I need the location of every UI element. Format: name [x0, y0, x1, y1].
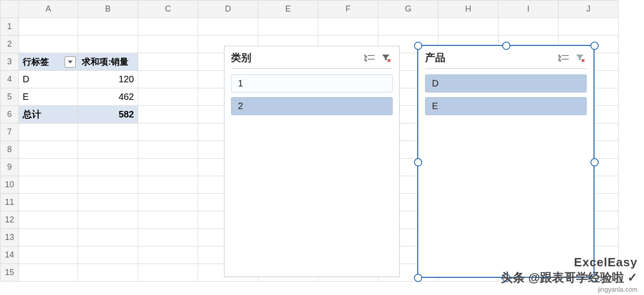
- cell[interactable]: [19, 194, 78, 211]
- cell[interactable]: [19, 211, 78, 229]
- row-header[interactable]: 14: [0, 246, 19, 264]
- pivot-row-label[interactable]: D: [19, 71, 78, 88]
- col-header[interactable]: J: [559, 0, 619, 18]
- col-header[interactable]: C: [138, 0, 198, 18]
- clear-filter-icon: [575, 54, 585, 62]
- cell[interactable]: [378, 18, 438, 36]
- pivot-total-label[interactable]: 总计: [19, 106, 78, 123]
- cell[interactable]: [19, 264, 78, 282]
- cell[interactable]: [498, 18, 559, 36]
- slicer-product[interactable]: 产品 D E: [418, 46, 594, 277]
- cell[interactable]: [78, 246, 138, 264]
- cell[interactable]: [138, 264, 198, 282]
- cell[interactable]: [19, 141, 78, 159]
- cell[interactable]: [19, 159, 78, 176]
- row-header[interactable]: 7: [0, 123, 19, 141]
- cell[interactable]: [138, 159, 198, 176]
- resize-handle-w[interactable]: [414, 158, 422, 166]
- cell[interactable]: [78, 264, 138, 282]
- col-header[interactable]: I: [498, 0, 559, 18]
- cell[interactable]: [198, 18, 258, 36]
- cell[interactable]: [138, 106, 198, 123]
- watermark-brand: ExcelEasy: [501, 255, 638, 270]
- cell[interactable]: [138, 211, 198, 229]
- slicer-item[interactable]: 2: [231, 97, 393, 115]
- pivot-row-label[interactable]: E: [19, 88, 78, 106]
- slicer-item[interactable]: D: [425, 74, 587, 92]
- cell[interactable]: [19, 229, 78, 246]
- row-header[interactable]: 15: [0, 264, 19, 282]
- cell[interactable]: [78, 229, 138, 246]
- col-header[interactable]: H: [438, 0, 498, 18]
- col-header[interactable]: E: [258, 0, 318, 18]
- filter-dropdown-button[interactable]: [65, 56, 76, 68]
- row-header[interactable]: 2: [0, 36, 19, 53]
- cell[interactable]: [559, 18, 619, 36]
- cell[interactable]: [138, 176, 198, 194]
- col-header[interactable]: D: [198, 0, 258, 18]
- cell[interactable]: [19, 18, 78, 36]
- col-header[interactable]: A: [19, 0, 78, 18]
- cell[interactable]: [138, 88, 198, 106]
- clear-filter-button[interactable]: [574, 52, 587, 63]
- row-header[interactable]: 3: [0, 53, 19, 71]
- resize-handle-sw[interactable]: [414, 274, 422, 282]
- cell[interactable]: [78, 36, 138, 53]
- row-header[interactable]: 13: [0, 229, 19, 246]
- select-all-corner[interactable]: [0, 0, 19, 18]
- cell[interactable]: [138, 18, 198, 36]
- pivot-total-value[interactable]: 582: [78, 106, 138, 123]
- cell[interactable]: [318, 18, 378, 36]
- chevron-down-icon: [68, 61, 73, 63]
- row-header[interactable]: 6: [0, 106, 19, 123]
- row-header[interactable]: 12: [0, 211, 19, 229]
- cell[interactable]: [19, 123, 78, 141]
- resize-handle-n[interactable]: [502, 42, 510, 50]
- slicer-item[interactable]: 1: [231, 74, 393, 92]
- resize-handle-e[interactable]: [590, 158, 599, 166]
- row-header[interactable]: 8: [0, 141, 19, 159]
- slicer-item[interactable]: E: [425, 97, 587, 115]
- cell[interactable]: [138, 141, 198, 159]
- pivot-row-value[interactable]: 462: [78, 88, 138, 106]
- cell[interactable]: [138, 229, 198, 246]
- cell[interactable]: [19, 176, 78, 194]
- cell[interactable]: [138, 71, 198, 88]
- col-header[interactable]: F: [318, 0, 378, 18]
- row-header[interactable]: 5: [0, 88, 19, 106]
- pivot-rowlabels-text: 行标签: [23, 57, 49, 67]
- cell[interactable]: [138, 194, 198, 211]
- multi-select-button[interactable]: [557, 52, 570, 63]
- col-header[interactable]: B: [78, 0, 138, 18]
- resize-handle-ne[interactable]: [590, 42, 599, 50]
- cell[interactable]: [19, 36, 78, 53]
- cell[interactable]: [78, 18, 138, 36]
- resize-handle-nw[interactable]: [414, 42, 422, 50]
- multi-select-button[interactable]: [363, 52, 376, 63]
- cell[interactable]: [78, 176, 138, 194]
- cell[interactable]: [78, 123, 138, 141]
- cell[interactable]: [138, 53, 198, 71]
- row-header[interactable]: 4: [0, 71, 19, 88]
- cell[interactable]: [138, 36, 198, 53]
- cell[interactable]: [438, 18, 498, 36]
- clear-filter-button[interactable]: [380, 52, 393, 63]
- cell[interactable]: [78, 159, 138, 176]
- pivot-rowlabels-header[interactable]: 行标签: [19, 53, 78, 71]
- pivot-row-value[interactable]: 120: [78, 71, 138, 88]
- cell[interactable]: [78, 141, 138, 159]
- row-header[interactable]: 1: [0, 18, 19, 36]
- watermark-line: 头条 @跟表哥学经验啦 ✓: [501, 270, 638, 286]
- cell[interactable]: [78, 194, 138, 211]
- cell[interactable]: [138, 123, 198, 141]
- slicer-category[interactable]: 类别 1 2: [224, 46, 400, 277]
- row-header[interactable]: 9: [0, 159, 19, 176]
- row-header[interactable]: 11: [0, 194, 19, 211]
- cell[interactable]: [78, 211, 138, 229]
- pivot-value-header[interactable]: 求和项:销量: [78, 53, 138, 71]
- cell[interactable]: [19, 246, 78, 264]
- col-header[interactable]: G: [378, 0, 438, 18]
- cell[interactable]: [138, 246, 198, 264]
- cell[interactable]: [258, 18, 318, 36]
- row-header[interactable]: 10: [0, 176, 19, 194]
